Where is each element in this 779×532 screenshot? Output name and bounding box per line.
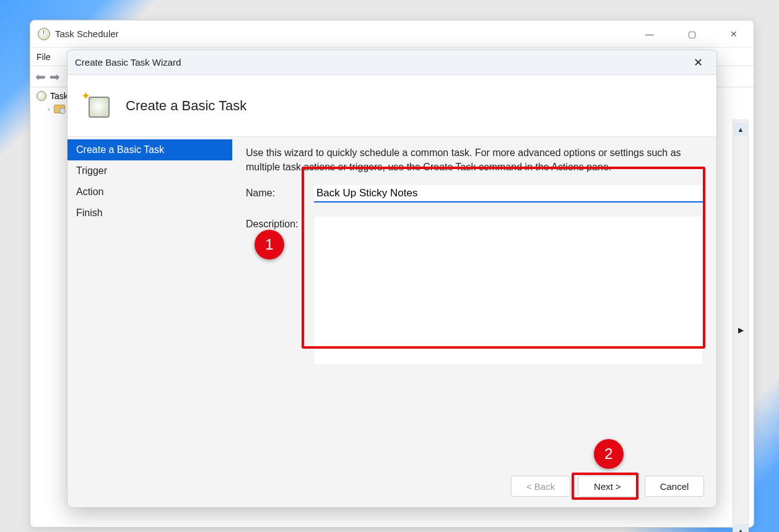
minimize-button[interactable]: — [638, 29, 661, 39]
app-title: Task Scheduler [55, 28, 638, 39]
clock-icon [38, 28, 50, 40]
close-icon[interactable]: ✕ [687, 56, 709, 69]
description-label: Description: [246, 216, 314, 230]
step-action[interactable]: Action [67, 181, 232, 203]
wizard-titlebar: Create Basic Task Wizard ✕ [67, 50, 716, 75]
back-button[interactable]: < Back [511, 476, 570, 497]
wizard-icon: ✦ [85, 93, 111, 119]
wizard-footer: < Back Next > Cancel 2 [67, 465, 716, 507]
wizard-title: Create Basic Task Wizard [75, 57, 687, 68]
description-input[interactable] [314, 216, 703, 365]
create-basic-task-wizard: Create Basic Task Wizard ✕ ✦ Create a Ba… [67, 50, 717, 508]
scroll-up-icon[interactable]: ▲ [734, 123, 747, 136]
wizard-header: ✦ Create a Basic Task [67, 75, 716, 137]
main-titlebar: Task Scheduler — ▢ ✕ [30, 20, 754, 48]
wizard-content: Use this wizard to quickly schedule a co… [232, 137, 716, 465]
step-finish[interactable]: Finish [67, 203, 232, 224]
annotation-callout-1: 1 [255, 230, 284, 259]
wizard-sidebar: Create a Basic Task Trigger Action Finis… [67, 137, 232, 465]
annotation-callout-2: 2 [594, 439, 624, 469]
close-button[interactable]: ✕ [723, 29, 745, 39]
chevron-right-icon[interactable]: ▶ [738, 326, 744, 334]
intro-text: Use this wizard to quickly schedule a co… [246, 146, 703, 174]
name-input[interactable] [314, 185, 703, 203]
chevron-right-icon: › [48, 105, 50, 113]
scroll-up-icon[interactable]: ▲ [734, 524, 747, 532]
name-label: Name: [246, 185, 314, 199]
menu-file[interactable]: File [37, 52, 51, 62]
scrollbar[interactable]: ▲ ▶ ▲ [733, 120, 749, 532]
step-create-basic-task[interactable]: Create a Basic Task [67, 139, 232, 160]
next-button[interactable]: Next > [578, 476, 637, 497]
clock-icon [37, 91, 46, 101]
nav-forward-icon[interactable]: ➡ [50, 69, 60, 84]
wizard-heading: Create a Basic Task [126, 98, 246, 114]
nav-back-icon[interactable]: ⬅ [35, 69, 46, 84]
cancel-button[interactable]: Cancel [645, 476, 704, 497]
folder-icon [54, 105, 65, 113]
clock-icon [89, 97, 110, 118]
step-trigger[interactable]: Trigger [67, 160, 232, 181]
tree-root-label: Task [50, 91, 68, 101]
maximize-button[interactable]: ▢ [681, 29, 703, 39]
